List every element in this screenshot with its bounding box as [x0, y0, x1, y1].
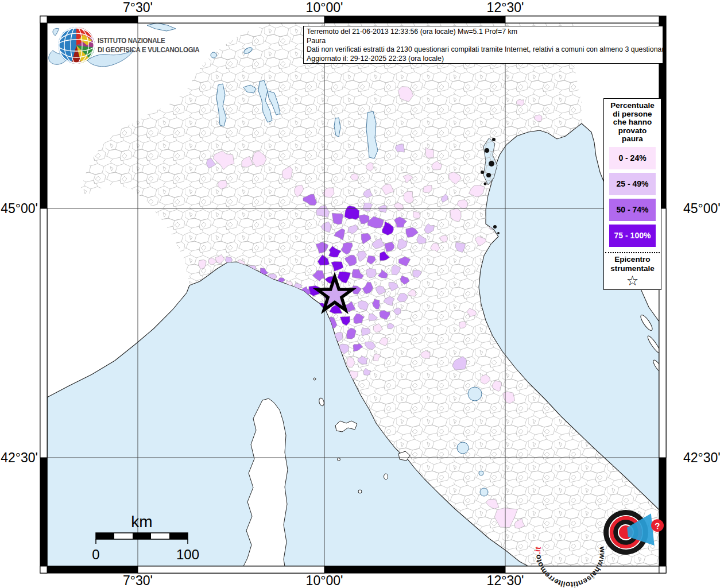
axis-right-1: 45°00': [683, 201, 720, 216]
axis-bottom-2: 10°00': [306, 573, 343, 588]
map-page: 7°30' 10°00' 12°30' 7°30' 10°00' 12°30' …: [0, 0, 720, 588]
montecristo-island: [358, 490, 362, 493]
lake-vico: [479, 471, 483, 475]
legend-swatch-25-49: 25 - 49%: [609, 173, 656, 195]
axis-top-1: 7°30': [123, 0, 153, 15]
event-info-line-3: Dati non verificati estratti da 2130 que…: [307, 45, 660, 55]
hsit-question-mark: ?: [655, 521, 661, 531]
comune-patch: [332, 213, 343, 225]
axis-top-3: 12°30': [487, 0, 524, 15]
legend-title: Percentuale di persone che hanno provato…: [604, 99, 661, 144]
scale-bar-end: 100: [176, 547, 199, 562]
scale-bar-start: 0: [92, 547, 99, 562]
legend-title-line: di persone: [604, 110, 661, 119]
event-info-box: Terremoto del 21-06-2013 12:33:56 (ora l…: [303, 26, 663, 64]
legend-epicenter-label-2: strumentale: [604, 264, 661, 273]
legend-swatch-50-74: 50 - 74%: [609, 199, 656, 221]
event-info-line-2: Paura: [307, 37, 660, 46]
comune-patch: [413, 211, 421, 218]
legend: Percentuale di persone che hanno provato…: [603, 98, 661, 290]
epicenter-star-icon: ☆: [604, 273, 661, 288]
axis-bottom-1: 7°30': [123, 573, 153, 588]
lake-bracciano: [480, 488, 488, 496]
legend-title-line: provato: [604, 127, 661, 136]
axis-top-2: 10°00': [306, 0, 343, 15]
legend-swatch-75-100: 75 - 100%: [609, 225, 656, 247]
gorgona-island: [313, 378, 316, 380]
legend-epicenter-label-1: Epicentro: [604, 255, 661, 264]
legend-swatch-0-24: 0 - 24%: [609, 147, 656, 169]
lake-trasimeno: [468, 387, 482, 401]
axis-left-2: 42°30': [1, 450, 38, 465]
alpine-lake: [211, 52, 216, 58]
legend-divider: [605, 252, 660, 253]
lake-bolsena: [457, 442, 469, 454]
giglio-island: [384, 474, 388, 479]
pianosa-island: [338, 458, 340, 461]
comune-patch: [366, 268, 376, 278]
legend-title-line: Percentuale: [604, 102, 661, 110]
scale-bar-unit: km: [131, 513, 152, 531]
axis-left-1: 45°00': [1, 201, 38, 216]
ingv-logo-text-1: ISTITUTO NAZIONALE: [98, 37, 165, 45]
ingv-logo-text-2: DI GEOFISICA E VULCANOLOGIA: [98, 46, 200, 55]
axis-right-2: 42°30': [683, 450, 720, 465]
legend-title-line: che hanno: [604, 118, 661, 127]
event-info-line-4: Aggiornato il: 29-12-2025 22:23 (ora loc…: [307, 55, 660, 64]
map-canvas: 7°30' 10°00' 12°30' 7°30' 10°00' 12°30' …: [0, 0, 720, 588]
axis-bottom-3: 12°30': [487, 573, 524, 588]
legend-title-line: paura: [604, 135, 661, 144]
event-info-line-1: Terremoto del 21-06-2013 12:33:56 (ora l…: [307, 28, 660, 37]
